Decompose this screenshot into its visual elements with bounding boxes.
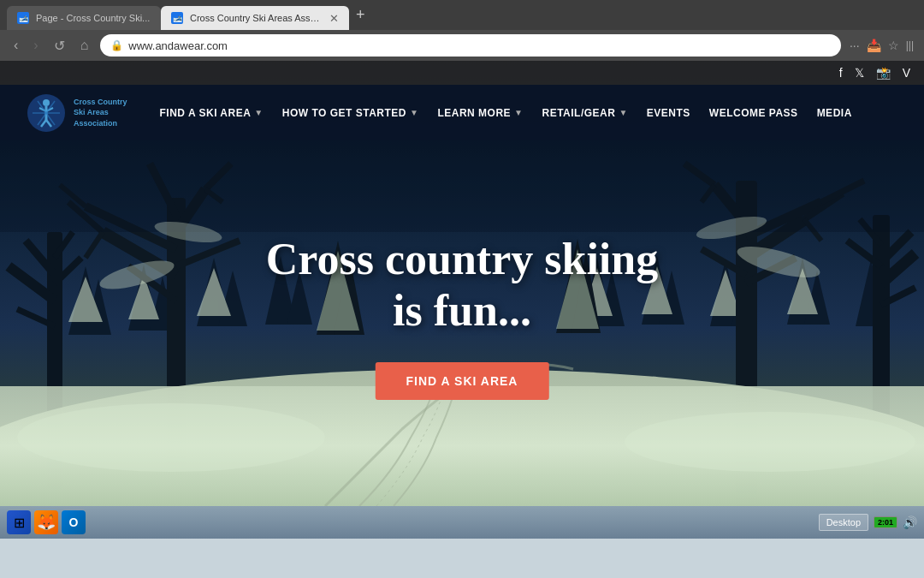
- logo-icon: [26, 92, 67, 134]
- url-bar[interactable]: 🔒 www.andawear.com: [100, 34, 841, 57]
- taskbar: ⊞ 🦊 O Desktop 2:01 🔊: [0, 506, 924, 539]
- tab-close-button[interactable]: ✕: [329, 12, 339, 25]
- hero-content: Cross country skiing is fun... FIND A SK…: [266, 234, 658, 400]
- website-content: f 𝕏 📸 V Cross Country Ski Areas Asso: [0, 61, 924, 506]
- vimeo-icon[interactable]: V: [903, 66, 910, 80]
- dropdown-arrow-1: ▼: [254, 108, 263, 117]
- taskbar-icon-outlook[interactable]: O: [62, 510, 86, 534]
- facebook-icon[interactable]: f: [839, 66, 843, 80]
- tab-favicon-2: 🎿: [171, 12, 183, 24]
- nav-how-to-get-started[interactable]: HOW TO GET STARTED ▼: [275, 102, 426, 124]
- svg-point-69: [625, 412, 915, 472]
- battery-indicator: 2:01: [874, 516, 897, 528]
- social-bar: f 𝕏 📸 V: [0, 61, 924, 85]
- more-options-button[interactable]: ···: [850, 39, 860, 52]
- reload-button[interactable]: ↺: [50, 36, 68, 56]
- url-text: www.andawear.com: [128, 39, 228, 52]
- address-bar: ‹ › ↺ ⌂ 🔒 www.andawear.com ··· 📥 ☆ |||: [0, 30, 924, 61]
- dropdown-arrow-4: ▼: [619, 108, 627, 117]
- address-actions: ··· 📥 ☆ |||: [850, 39, 914, 52]
- twitter-icon[interactable]: 𝕏: [855, 66, 864, 80]
- desktop-button[interactable]: Desktop: [819, 514, 868, 531]
- tab-bar: 🎿 Page - Cross Country Ski... 🎿 Cross Co…: [0, 0, 924, 30]
- taskbar-right: Desktop 2:01 🔊: [819, 514, 917, 531]
- pocket-button[interactable]: 📥: [867, 39, 881, 52]
- hero-title: Cross country skiing is fun...: [266, 234, 658, 337]
- tab-favicon-1: 🎿: [17, 12, 29, 24]
- bookmark-button[interactable]: ☆: [888, 39, 899, 52]
- dropdown-arrow-2: ▼: [410, 108, 418, 117]
- browser-tab-inactive[interactable]: 🎿 Page - Cross Country Ski...: [7, 6, 161, 30]
- svg-point-76: [43, 99, 50, 106]
- nav-find-ski-area[interactable]: FIND A SKI AREA ▼: [153, 102, 270, 124]
- taskbar-icon-windows[interactable]: ⊞: [7, 510, 31, 534]
- site-navigation: Cross Country Ski Areas Association FIND…: [0, 85, 924, 140]
- nav-welcome-pass[interactable]: WELCOME PASS: [702, 102, 805, 124]
- tab-title-2: Cross Country Ski Areas Associ...: [190, 13, 323, 23]
- find-ski-area-cta-button[interactable]: FIND A SKI AREA: [376, 362, 549, 400]
- nav-links: FIND A SKI AREA ▼ HOW TO GET STARTED ▼ L…: [153, 102, 898, 124]
- nav-events[interactable]: EVENTS: [640, 102, 697, 124]
- new-tab-button[interactable]: +: [349, 6, 372, 24]
- taskbar-icon-firefox[interactable]: 🦊: [34, 510, 58, 534]
- back-button[interactable]: ‹: [10, 36, 21, 55]
- browser-tab-active[interactable]: 🎿 Cross Country Ski Areas Associ... ✕: [161, 6, 349, 30]
- taskbar-start: ⊞ 🦊 O: [7, 510, 86, 534]
- forward-button[interactable]: ›: [30, 36, 41, 55]
- logo-text: Cross Country Ski Areas Association: [74, 97, 127, 129]
- reading-list-button[interactable]: |||: [906, 39, 914, 51]
- volume-icon[interactable]: 🔊: [903, 515, 917, 529]
- instagram-icon[interactable]: 📸: [876, 66, 891, 80]
- site-logo[interactable]: Cross Country Ski Areas Association: [26, 92, 127, 134]
- nav-retail-gear[interactable]: RETAIL/GEAR ▼: [535, 102, 634, 124]
- dropdown-arrow-3: ▼: [514, 108, 523, 117]
- svg-point-68: [17, 403, 325, 472]
- browser-chrome: 🎿 Page - Cross Country Ski... 🎿 Cross Co…: [0, 0, 924, 61]
- nav-learn-more[interactable]: LEARN MORE ▼: [430, 102, 530, 124]
- tab-title-1: Page - Cross Country Ski...: [36, 13, 150, 23]
- home-button[interactable]: ⌂: [77, 36, 92, 55]
- nav-media[interactable]: MEDIA: [810, 102, 859, 124]
